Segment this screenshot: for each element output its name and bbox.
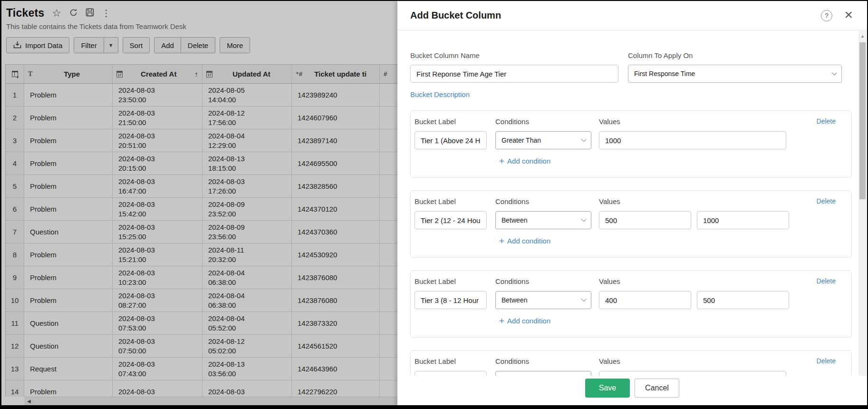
conditions-label: Conditions	[495, 277, 591, 285]
column-to-apply-select[interactable]: First Response Time	[628, 65, 842, 83]
bucket-label-input[interactable]	[415, 131, 487, 149]
scroll-up-icon[interactable]: ▲	[858, 31, 867, 39]
bucket-label-label: Bucket Label	[415, 117, 487, 126]
condition-select[interactable]: Greater Than	[495, 131, 591, 149]
delete-bucket-link[interactable]: Delete	[817, 277, 836, 285]
add-condition-link[interactable]: + Add condition	[499, 157, 550, 165]
bucket-card-3: Delete Bucket Label Conditions Between	[410, 270, 852, 338]
bucket-label-label: Bucket Label	[415, 197, 487, 205]
conditions-label: Conditions	[495, 357, 591, 365]
chevron-down-icon	[581, 137, 587, 142]
help-icon[interactable]: ?	[821, 10, 832, 21]
condition-select[interactable]	[495, 371, 591, 376]
bucket-value-input[interactable]	[599, 131, 786, 149]
bucket-label-input[interactable]	[415, 371, 487, 376]
delete-bucket-link[interactable]: Delete	[817, 117, 836, 125]
table-view: Tickets ☆ ⋮ This table contains the Tick…	[1, 1, 397, 405]
plus-icon: +	[499, 237, 504, 245]
cancel-button[interactable]: Cancel	[635, 379, 679, 398]
bucket-description-link[interactable]: Bucket Description	[410, 90, 470, 98]
bucket-value-min-input[interactable]	[599, 211, 691, 229]
close-icon[interactable]: ×	[844, 7, 853, 23]
bucket-card-2: Delete Bucket Label Conditions Between	[410, 190, 852, 258]
values-label: Values	[599, 197, 837, 205]
chevron-down-icon	[832, 70, 837, 76]
bucket-label-input[interactable]	[415, 291, 487, 309]
plus-icon: +	[499, 157, 504, 165]
values-label: Values	[599, 277, 837, 285]
bucket-column-name-label: Bucket Column Name	[410, 51, 618, 59]
bucket-value-input[interactable]	[599, 371, 786, 376]
values-label: Values	[599, 117, 837, 126]
plus-icon: +	[499, 317, 504, 325]
app-window: Tickets ☆ ⋮ This table contains the Tick…	[0, 0, 868, 409]
panel-footer: Save Cancel	[397, 376, 867, 405]
bucket-value-max-input[interactable]	[697, 211, 789, 229]
condition-select[interactable]: Between	[495, 211, 591, 229]
bucket-label-label: Bucket Label	[415, 277, 487, 285]
add-bucket-column-panel: Add Bucket Column ? × Bucket Column Name…	[397, 1, 867, 405]
chevron-down-icon	[581, 297, 587, 302]
save-button[interactable]: Save	[585, 379, 630, 398]
bucket-card-4: Delete Bucket Label Conditions	[410, 350, 852, 376]
bucket-column-name-input[interactable]	[410, 65, 618, 83]
bucket-card-1: Delete Bucket Label Conditions Greater T…	[410, 110, 852, 178]
bucket-label-label: Bucket Label	[415, 357, 487, 365]
panel-content: Bucket Column Name Column To Apply On Fi…	[397, 30, 867, 376]
values-label: Values	[599, 357, 837, 365]
modal-dim-overlay	[1, 1, 397, 405]
panel-header: Add Bucket Column ? ×	[397, 1, 867, 30]
bucket-label-input[interactable]	[415, 211, 487, 229]
delete-bucket-link[interactable]: Delete	[817, 197, 836, 205]
vertical-scrollbar[interactable]: ▲ ▼	[858, 31, 867, 389]
delete-bucket-link[interactable]: Delete	[817, 357, 836, 365]
bucket-value-min-input[interactable]	[599, 291, 691, 309]
bucket-value-max-input[interactable]	[697, 291, 789, 309]
add-condition-link[interactable]: + Add condition	[499, 237, 550, 245]
conditions-label: Conditions	[495, 197, 591, 205]
add-condition-link[interactable]: + Add condition	[499, 317, 550, 325]
column-to-apply-label: Column To Apply On	[628, 51, 842, 59]
scrollbar-thumb[interactable]	[859, 42, 866, 199]
condition-select[interactable]: Between	[495, 291, 591, 309]
panel-title: Add Bucket Column	[410, 10, 501, 21]
chevron-down-icon	[581, 217, 587, 222]
conditions-label: Conditions	[495, 117, 591, 126]
